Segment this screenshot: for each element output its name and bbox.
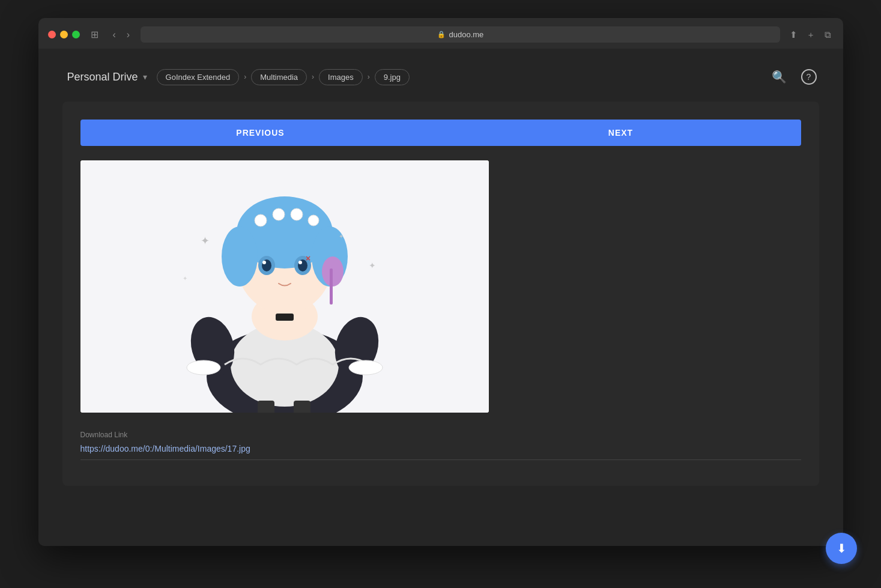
image-svg: × (80, 160, 489, 413)
breadcrumb-label-images: Images (328, 73, 354, 82)
previous-button[interactable]: PREVIOUS (80, 120, 441, 146)
image-nav-controls: PREVIOUS NEXT (80, 120, 801, 146)
download-label: Download Link (80, 431, 801, 439)
minimize-button[interactable] (60, 31, 68, 38)
download-fab-icon: ⬇ (837, 541, 847, 556)
app-container: Personal Drive ▾ GoIndex Extended › Mult… (50, 49, 831, 504)
search-icon: 🔍 (772, 70, 787, 84)
download-section: Download Link https://dudoo.me/0:/Multim… (80, 431, 801, 460)
back-button[interactable]: ‹ (109, 28, 120, 41)
next-button[interactable]: NEXT (441, 120, 801, 146)
svg-text:×: × (306, 253, 310, 263)
search-button[interactable]: 🔍 (769, 67, 789, 86)
svg-point-25 (349, 360, 383, 375)
svg-rect-26 (258, 401, 274, 413)
svg-point-20 (262, 261, 266, 264)
breadcrumb-item-file[interactable]: 9.jpg (375, 69, 410, 85)
share-button[interactable]: ⬆ (787, 28, 800, 41)
svg-point-14 (291, 208, 303, 220)
breadcrumb-separator-3: › (368, 73, 370, 81)
svg-rect-23 (276, 314, 294, 321)
breadcrumb-separator-1: › (244, 73, 246, 81)
sidebar-toggle-button[interactable]: ⊞ (87, 28, 102, 41)
forward-button[interactable]: › (123, 28, 133, 41)
image-display: × (80, 160, 489, 413)
tabs-button[interactable]: ⧉ (822, 28, 834, 41)
new-tab-button[interactable]: + (806, 28, 816, 41)
svg-text:✦: ✦ (183, 275, 187, 282)
content-panel: PREVIOUS NEXT (62, 102, 819, 486)
svg-text:✦: ✦ (339, 233, 344, 240)
breadcrumb-item-goindex[interactable]: GoIndex Extended (157, 69, 240, 85)
lock-icon: 🔒 (437, 31, 446, 38)
breadcrumb-label-multimedia: Multimedia (260, 73, 298, 82)
breadcrumb-item-images[interactable]: Images (319, 69, 363, 85)
header-bar: Personal Drive ▾ GoIndex Extended › Mult… (62, 67, 819, 87)
svg-point-13 (273, 208, 285, 220)
drive-selector[interactable]: Personal Drive ▾ (62, 68, 152, 86)
url-display: dudoo.me (449, 30, 484, 39)
traffic-lights (48, 31, 80, 38)
svg-rect-27 (294, 401, 310, 413)
svg-text:✦: ✦ (369, 261, 376, 270)
browser-window: ⊞ ‹ › 🔒 dudoo.me ⬆ + ⧉ Personal Drive ▾ (38, 18, 843, 546)
address-bar[interactable]: 🔒 dudoo.me (141, 26, 780, 43)
download-link-text[interactable]: https://dudoo.me/0:/Multimedia/Images/17… (80, 444, 801, 460)
download-fab-button[interactable]: ⬇ (826, 533, 857, 564)
svg-point-24 (187, 360, 220, 375)
svg-point-12 (255, 214, 267, 226)
header-icons: 🔍 ? (769, 67, 819, 87)
drive-label: Personal Drive (67, 71, 138, 83)
breadcrumb-item-multimedia[interactable]: Multimedia (251, 69, 307, 85)
breadcrumb-label-goindex: GoIndex Extended (166, 73, 231, 82)
svg-point-21 (298, 261, 302, 264)
breadcrumb-label-file: 9.jpg (384, 73, 401, 82)
maximize-button[interactable] (72, 31, 80, 38)
close-button[interactable] (48, 31, 56, 38)
help-icon: ? (801, 69, 817, 85)
svg-point-15 (308, 215, 319, 226)
chevron-down-icon: ▾ (143, 72, 147, 82)
breadcrumb-section: Personal Drive ▾ GoIndex Extended › Mult… (62, 68, 410, 86)
breadcrumb-separator-2: › (312, 73, 314, 81)
browser-chrome: ⊞ ‹ › 🔒 dudoo.me ⬆ + ⧉ (38, 18, 843, 49)
browser-actions: ⬆ + ⧉ (787, 28, 834, 41)
browser-content: Personal Drive ▾ GoIndex Extended › Mult… (38, 49, 843, 546)
image-container: × (80, 160, 489, 413)
navigation-buttons: ‹ › (109, 28, 134, 41)
svg-rect-11 (330, 268, 333, 305)
help-button[interactable]: ? (799, 67, 819, 87)
svg-text:✦: ✦ (201, 235, 210, 247)
svg-point-8 (222, 226, 258, 286)
